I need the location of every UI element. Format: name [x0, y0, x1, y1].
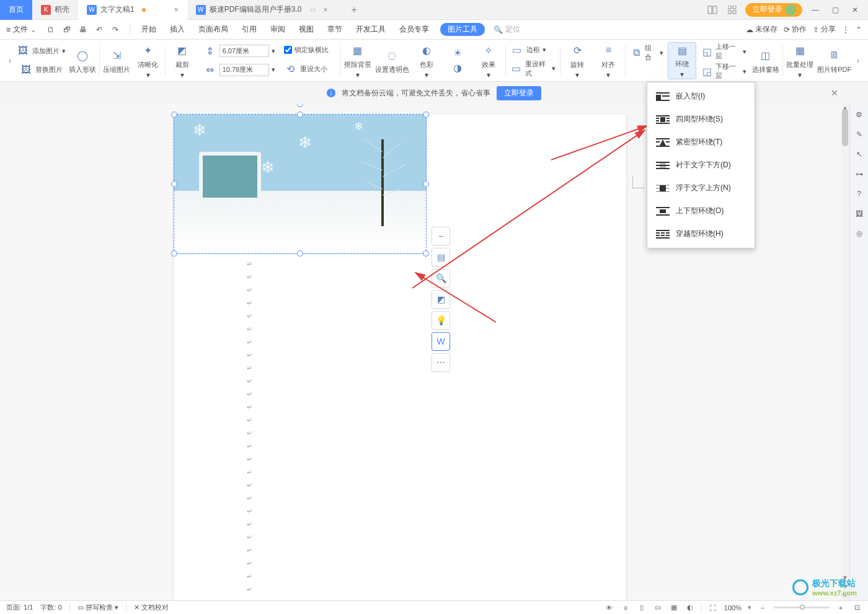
float-convert-icon[interactable]: W [432, 332, 450, 351]
banner-close-icon[interactable]: ✕ [831, 88, 838, 98]
menu-pagelayout[interactable]: 页面布局 [196, 23, 231, 36]
grp-add-image[interactable]: 🖼添加图片▾ 🖼替换图片 [16, 40, 66, 81]
sp-edit-icon[interactable]: ✎ [854, 129, 865, 140]
grp-rotate[interactable]: ⟳旋转▾ [563, 40, 591, 81]
zoom-out-icon[interactable]: − [758, 603, 768, 613]
save-icon[interactable]: 🗋 [45, 24, 56, 35]
wrap-square[interactable]: 四周型环绕(S) [647, 108, 755, 131]
grp-compress[interactable]: ⇲压缩图片 [102, 40, 131, 81]
apps-icon[interactable] [725, 3, 739, 17]
grp-settrans[interactable]: ◌设置透明色 [374, 40, 410, 81]
grp-batch[interactable]: ▦批量处理▾ [786, 40, 815, 81]
float-layout-icon[interactable]: ▤ [432, 248, 450, 266]
locate-input[interactable]: 🔍 定位 [494, 24, 520, 35]
menu-devtools[interactable]: 开发工具 [353, 23, 388, 36]
zoom-level[interactable]: 100% [724, 604, 742, 612]
banner-login-button[interactable]: 立即登录 [497, 86, 541, 100]
wrap-topbottom[interactable]: 上下型环绕(O) [647, 200, 755, 222]
ribbon-scroll-right[interactable]: › [854, 56, 862, 65]
tab-doc1[interactable]: W 文字文稿1 × [78, 0, 187, 20]
grp-effect-small[interactable]: ☀◑ [443, 40, 472, 81]
grp-clarity[interactable]: ✦清晰化▾ [134, 40, 162, 81]
rotate-handle[interactable] [297, 104, 303, 107]
file-menu[interactable]: ≡ 文件 ⌄ [6, 24, 37, 35]
selected-image[interactable]: ❄ ❄ ❄ ❄ [174, 114, 427, 254]
border-button[interactable]: ▭边框▾ [510, 43, 546, 56]
redo-icon[interactable]: ↷ [110, 24, 121, 35]
ribbon-scroll-left[interactable]: ‹ [6, 56, 14, 65]
print-icon[interactable]: 🖶 [78, 24, 89, 35]
grp-removebg[interactable]: ▦抠除背景▾ [343, 40, 373, 81]
tab-more-icon[interactable]: ▭ [310, 6, 316, 13]
float-zoomout-icon[interactable]: − [432, 227, 450, 245]
menu-reference[interactable]: 引用 [239, 23, 259, 36]
menu-chapter[interactable]: 章节 [325, 23, 345, 36]
sp-settings-icon[interactable]: ⚙ [854, 109, 865, 120]
menu-member[interactable]: 会员专享 [397, 23, 432, 36]
close-button[interactable]: ✕ [848, 3, 862, 17]
minimize-button[interactable]: — [808, 3, 822, 17]
scroll-thumb[interactable] [842, 109, 848, 146]
grp-color[interactable]: ◐色彩▾ [412, 40, 441, 81]
sp-adjust-icon[interactable]: ⊶ [854, 169, 865, 180]
undo-icon[interactable]: ↶ [94, 24, 105, 35]
page-count[interactable]: 页面: 1/1 [6, 603, 33, 612]
grp-selectpane[interactable]: ◫选择窗格 [751, 40, 780, 81]
menu-insert[interactable]: 插入 [167, 23, 187, 36]
float-more-icon[interactable]: ⋯ [432, 353, 450, 372]
login-button[interactable]: 立即登录 [745, 3, 802, 17]
view-outline-icon[interactable]: ≡ [621, 603, 631, 613]
night-mode-icon[interactable]: ◐ [685, 603, 695, 613]
reset-size-button[interactable]: ⟲重设大小 [284, 62, 327, 76]
coop-button[interactable]: ⟳ 协作 [784, 24, 807, 35]
print-preview-icon[interactable]: 🗗 [61, 24, 73, 35]
zoom-slider[interactable] [774, 607, 830, 608]
float-zoom-icon[interactable]: 🔍 [432, 269, 450, 287]
tab-daoke[interactable]: K稻壳 [32, 0, 78, 20]
tab-home[interactable]: 首页 [0, 0, 32, 20]
menu-start[interactable]: 开始 [139, 23, 159, 36]
kebab-icon[interactable]: ⋮ [842, 25, 849, 34]
sp-target-icon[interactable]: ◎ [854, 228, 865, 239]
lock-aspect-checkbox[interactable]: 锁定纵横比 [284, 45, 329, 55]
float-idea-icon[interactable]: 💡 [432, 311, 450, 330]
view-eye-icon[interactable]: 👁 [604, 603, 614, 613]
sp-select-icon[interactable]: ↖ [854, 149, 865, 160]
resize-handle[interactable] [423, 112, 429, 118]
wrap-tight[interactable]: 紧密型环绕(T) [647, 131, 755, 154]
grp-wrap[interactable]: ▤环绕▾ [668, 42, 696, 79]
tab-close-icon[interactable]: × [174, 6, 179, 14]
view-page-icon[interactable]: ▯ [637, 603, 647, 613]
resize-handle[interactable] [171, 181, 177, 187]
height-input[interactable]: 6.07厘米 [219, 45, 269, 57]
sp-help-icon[interactable]: ? [854, 188, 865, 200]
grp-topdf[interactable]: 🗎图片转PDF [817, 40, 852, 81]
view-web-icon[interactable]: ▦ [669, 603, 679, 613]
maximize-button[interactable]: ▢ [828, 3, 842, 17]
grp-align[interactable]: ≡对齐▾ [594, 40, 622, 81]
mode-icon[interactable] [706, 3, 719, 17]
wrap-inline[interactable]: 嵌入型(I) [647, 85, 755, 108]
resize-handle[interactable] [297, 112, 303, 118]
resize-handle[interactable] [171, 250, 177, 257]
unsaved-status[interactable]: ☁ 未保存 [746, 24, 777, 35]
sp-image-icon[interactable]: 🖼 [854, 208, 865, 219]
spellcheck-toggle[interactable]: ▭ 拼写检查 ▾ [78, 603, 118, 612]
grp-crop[interactable]: ◩裁剪▾ [168, 40, 197, 81]
bottom-panel-icon[interactable]: ⊡ [852, 603, 862, 613]
resize-handle[interactable] [171, 112, 177, 118]
fit-icon[interactable]: ⛶ [708, 603, 718, 613]
view-read-icon[interactable]: ▭ [653, 603, 663, 613]
float-crop-icon[interactable]: ◩ [432, 290, 450, 309]
menu-review[interactable]: 审阅 [268, 23, 288, 36]
wrap-through[interactable]: 穿越型环绕(H) [647, 222, 755, 245]
grp-group[interactable]: ⧉组合▾ [628, 40, 665, 81]
proofread-toggle[interactable]: ✕ 文档校对 [134, 603, 169, 612]
wrap-front[interactable]: 浮于文字上方(N) [647, 177, 755, 200]
menu-view[interactable]: 视图 [296, 23, 316, 36]
grp-effect[interactable]: ✧效果▾ [474, 40, 503, 81]
zoom-knob[interactable] [800, 605, 805, 610]
share-button[interactable]: ⇪ 分享 [813, 24, 836, 35]
resize-handle[interactable] [297, 250, 303, 257]
resize-handle[interactable] [423, 250, 429, 257]
